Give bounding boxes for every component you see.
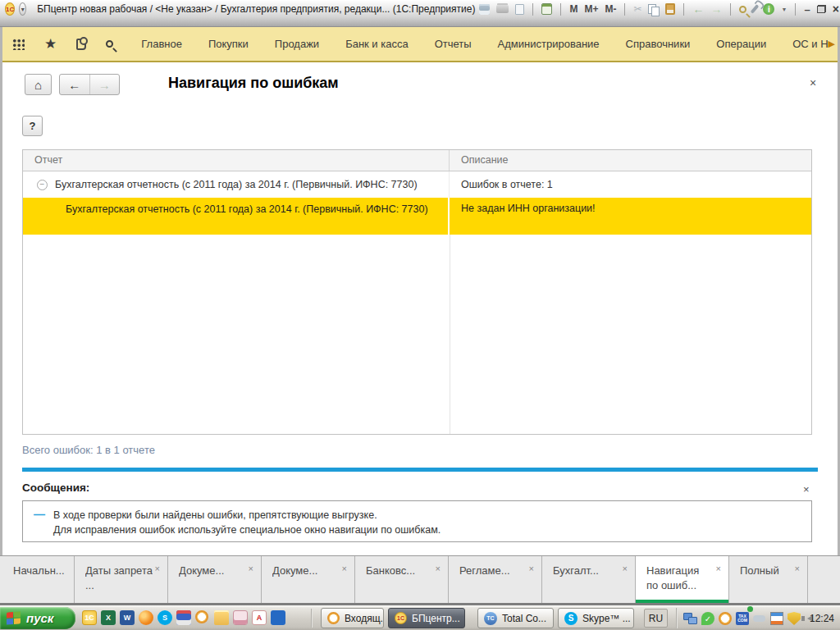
table-row-group[interactable]: − Бухгалтерская отчетность (с 2011 года)…	[23, 171, 811, 198]
1c-app-icon: 1С	[5, 2, 15, 16]
tray-report-icon[interactable]	[770, 612, 783, 625]
tab-dokumenty-1[interactable]: Докуме... ×	[168, 556, 262, 603]
message-item[interactable]: В ходе проверки были найдены ошибки, пре…	[53, 508, 441, 541]
system-menu-button[interactable]: ▼	[19, 2, 26, 16]
quicklaunch-excel-icon[interactable]: X	[101, 610, 116, 625]
menu-item-administrirovanie[interactable]: Администрирование	[485, 27, 613, 61]
tab-label: Даты запрета ...	[85, 564, 153, 593]
tab-dokumenty-2[interactable]: Докуме... ×	[262, 556, 355, 603]
group-description-text: Ошибок в отчете: 1	[450, 171, 811, 198]
menu-item-pokupki[interactable]: Покупки	[195, 27, 262, 61]
menu-item-operacii[interactable]: Операции	[703, 27, 779, 61]
tab-navigaciya-po-oshibkam[interactable]: Навигация по ошиб... ×	[636, 556, 729, 603]
menu-item-otchety[interactable]: Отчеты	[422, 27, 485, 61]
quicklaunch-floppy-icon[interactable]	[176, 610, 191, 625]
page-title: Навигация по ошибкам	[168, 75, 339, 92]
tab-daty-zapreta[interactable]: Даты запрета ... ×	[75, 556, 168, 603]
menu-overflow-icon[interactable]: ▶	[829, 39, 835, 49]
all-functions-grid-icon[interactable]	[12, 38, 25, 50]
tab-label: Навигация по ошиб...	[646, 564, 714, 593]
search-icon[interactable]	[106, 40, 113, 48]
tab-close-icon[interactable]: ×	[529, 564, 534, 573]
home-button[interactable]: ⌂	[25, 74, 52, 95]
tab-close-icon[interactable]: ×	[623, 564, 628, 573]
quicklaunch-1c-icon[interactable]: 1С	[82, 610, 97, 625]
redo-forward-icon[interactable]: →	[710, 2, 722, 16]
forward-button[interactable]: →	[90, 75, 120, 94]
taskbar-button-1c-active[interactable]: 1С БПцентр...	[388, 608, 465, 628]
memory-minus-button[interactable]: M-	[605, 2, 616, 16]
quicklaunch-word-icon[interactable]: W	[120, 610, 135, 625]
tray-scheduler-icon[interactable]	[719, 612, 732, 625]
selected-description-text: Не задан ИНН организации!	[450, 198, 811, 235]
save-icon[interactable]	[479, 2, 490, 16]
menu-item-prodazhi[interactable]: Продажи	[262, 27, 332, 61]
toolbar-separator	[624, 3, 625, 16]
tab-label: Докуме...	[272, 564, 340, 578]
menu-item-glavnoe[interactable]: Главное	[128, 27, 195, 61]
calculator-icon[interactable]	[541, 2, 552, 16]
taskbar-button-label: Total Co...	[502, 613, 546, 624]
copy-icon[interactable]	[648, 2, 659, 16]
tab-bankovskie[interactable]: Банковс... ×	[355, 556, 449, 603]
print-preview-icon[interactable]	[515, 2, 524, 16]
tab-close-icon[interactable]: ×	[155, 564, 160, 573]
messages-close-icon[interactable]: ×	[803, 483, 810, 495]
paste-icon[interactable]	[665, 2, 675, 16]
undo-back-icon[interactable]: ←	[692, 2, 704, 16]
tab-reglamentnye[interactable]: Регламе... ×	[449, 556, 542, 603]
start-button[interactable]: пуск	[0, 607, 75, 629]
tab-close-icon[interactable]: ×	[342, 564, 347, 573]
quicklaunch-skype-icon[interactable]: S	[158, 610, 172, 625]
column-header-report[interactable]: Отчет	[23, 150, 450, 171]
taskbar-button-label: БПцентр...	[412, 613, 460, 624]
menu-item-spravochniki[interactable]: Справочники	[613, 27, 704, 61]
menu-item-bank-kassa[interactable]: Банк и касса	[332, 27, 422, 61]
print-icon[interactable]	[496, 2, 509, 16]
tab-close-icon[interactable]: ×	[249, 564, 253, 573]
taskbar-button-skype[interactable]: S Skype™ ...	[558, 608, 634, 628]
page-close-icon[interactable]: ×	[810, 76, 816, 89]
table-header-row: Отчет Описание	[23, 150, 811, 171]
quicklaunch-firefox-icon[interactable]	[139, 610, 153, 625]
table-row-selected[interactable]: Бухгалтерская отчетность (с 2011 года) з…	[23, 198, 811, 235]
close-window-button[interactable]: ×	[833, 2, 839, 16]
tab-nachalnaya[interactable]: Начальн...	[2, 556, 75, 603]
quicklaunch-teamviewer-icon[interactable]	[271, 610, 285, 625]
tab-polnyi[interactable]: Полный ×	[729, 556, 808, 603]
language-indicator[interactable]: RU	[644, 609, 668, 628]
back-button[interactable]: ←	[60, 75, 90, 94]
toolbar-separator	[683, 3, 684, 16]
cut-icon[interactable]: ✂	[633, 2, 641, 16]
column-header-description[interactable]: Описание	[450, 150, 811, 171]
tab-label: Бухгалт...	[553, 564, 620, 578]
quicklaunch-dictionary-icon[interactable]: A	[252, 610, 267, 625]
history-icon[interactable]	[76, 39, 86, 50]
tab-close-icon[interactable]: ×	[436, 564, 441, 573]
tray-antivirus-icon[interactable]: ✓	[701, 612, 714, 625]
tab-buhgalterskaya[interactable]: Бухгалт... ×	[542, 556, 636, 603]
taskbar-button-total-commander[interactable]: TC Total Co...	[477, 608, 554, 628]
quicklaunch-fax-icon[interactable]	[233, 610, 248, 625]
help-button[interactable]: ?	[22, 116, 43, 136]
collapse-icon[interactable]: −	[37, 180, 48, 190]
favorites-star-icon[interactable]: ★	[44, 38, 57, 50]
minimize-button[interactable]: –	[804, 2, 810, 16]
group-report-text: Бухгалтерская отчетность (с 2011 года) з…	[55, 179, 418, 190]
start-label: пуск	[26, 611, 53, 625]
tray-security-shield-icon[interactable]	[788, 612, 801, 625]
tools-icon[interactable]	[753, 2, 756, 16]
memory-plus-button[interactable]: M+	[584, 2, 598, 16]
taskbar-button-incoming[interactable]: Входящ...	[321, 608, 384, 628]
memory-button[interactable]: M	[569, 2, 578, 16]
zoom-icon[interactable]	[739, 2, 746, 16]
tab-close-icon[interactable]: ×	[795, 564, 800, 573]
quicklaunch-folder-icon[interactable]	[214, 610, 229, 625]
info-icon[interactable]: i	[763, 2, 774, 16]
errors-table: Отчет Описание − Бухгалтерская отчетност…	[22, 149, 812, 435]
restore-button[interactable]	[817, 2, 826, 16]
info-dropdown-icon[interactable]: ▼	[781, 2, 787, 16]
tray-taxcom-icon[interactable]: TAX COM	[736, 612, 749, 625]
tab-close-icon[interactable]: ×	[716, 564, 721, 573]
quicklaunch-clock-icon[interactable]	[195, 610, 208, 623]
